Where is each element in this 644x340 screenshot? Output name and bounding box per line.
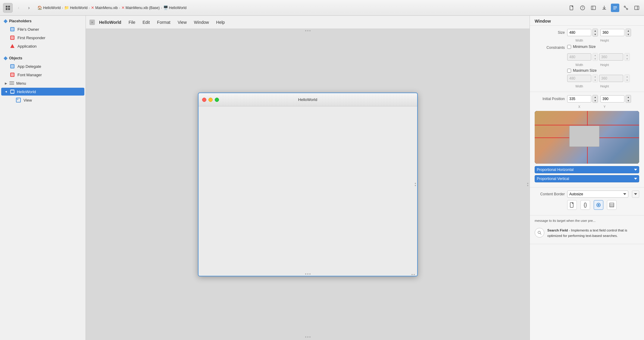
y-down[interactable]: ▼	[626, 99, 631, 102]
search-field-row: Search Field - Implements a text field c…	[535, 225, 639, 241]
sidebar-item-application[interactable]: Application	[1, 42, 84, 50]
sidebar-item-helloworld[interactable]: ▼ HelloWorld	[1, 88, 84, 96]
width-stepper[interactable]: ▲ ▼	[592, 29, 598, 36]
min-width-input[interactable]: 480	[567, 53, 591, 61]
min-height-down[interactable]: ▼	[625, 57, 630, 61]
connections-button[interactable]	[622, 4, 630, 12]
max-height-down[interactable]: ▼	[625, 78, 630, 82]
window-frame[interactable]: HelloWorld	[198, 93, 418, 276]
width-sublabel: Width	[567, 39, 591, 42]
sidebar-item-files-owner[interactable]: File's Owner	[1, 25, 84, 33]
canvas-close-icon: ×	[91, 20, 93, 24]
max-height-group: 360 ▲ ▼	[599, 74, 630, 82]
objects-icon: ◆	[4, 55, 7, 61]
breadcrumb-helloworld-folder[interactable]: 📁 HelloWorld	[64, 5, 87, 10]
sidebar-item-view[interactable]: View	[1, 96, 84, 104]
grid-button[interactable]	[3, 3, 13, 13]
initial-position-label: Initial Position	[535, 97, 565, 101]
menu-edit[interactable]: Edit	[139, 19, 153, 26]
proportional-horizontal-select[interactable]: Proportional Horizontal	[535, 166, 639, 173]
canvas-close-button[interactable]: ×	[89, 20, 95, 25]
sidebar-item-app-delegate[interactable]: App Delegate	[1, 62, 84, 70]
height-input[interactable]: 360	[600, 29, 624, 36]
max-width-input[interactable]: 480	[567, 75, 591, 82]
sidebar-item-font-manager[interactable]: Font Manager	[1, 71, 84, 79]
width-down[interactable]: ▼	[593, 33, 598, 36]
menu-format[interactable]: Format	[154, 19, 173, 26]
min-height-stepper[interactable]: ▲ ▼	[624, 53, 630, 61]
inspector-button[interactable]	[589, 4, 598, 12]
max-size-label: Maximum Size	[573, 68, 597, 73]
y-up[interactable]: ▲	[626, 95, 631, 99]
width-up[interactable]: ▲	[593, 29, 598, 33]
min-height-input[interactable]: 360	[599, 53, 623, 61]
max-width-stepper[interactable]: ▲ ▼	[592, 74, 598, 82]
y-sublabel: Y	[592, 105, 617, 109]
proportional-vertical-select[interactable]: Proportional Vertical	[535, 175, 639, 182]
icon-document[interactable]	[567, 200, 577, 210]
menu-help[interactable]: Help	[213, 19, 228, 26]
sidebar-item-first-responder[interactable]: First Responder	[1, 34, 84, 42]
window-body	[199, 106, 417, 276]
height-up[interactable]: ▲	[626, 29, 631, 33]
font-manager-icon	[10, 72, 15, 77]
min-size-checkbox[interactable]	[567, 45, 571, 49]
download-button[interactable]	[600, 4, 608, 12]
max-height-stepper[interactable]: ▲ ▼	[624, 74, 630, 82]
min-height-up[interactable]: ▲	[625, 53, 630, 57]
max-size-inputs: 480 ▲ ▼ 360 ▲ ▼	[567, 74, 639, 82]
height-stepper[interactable]: ▲ ▼	[626, 29, 631, 36]
content-border-dropdown-btn[interactable]	[632, 190, 639, 198]
view-label: View	[23, 98, 32, 102]
menu-window[interactable]: Window	[191, 19, 212, 26]
window-close-button[interactable]	[202, 98, 206, 102]
attributes-button[interactable]	[611, 4, 619, 12]
menu-view[interactable]: View	[175, 19, 190, 26]
right-panel-button[interactable]	[633, 4, 641, 12]
max-size-checkbox[interactable]	[567, 69, 571, 73]
max-width-down[interactable]: ▼	[593, 78, 598, 82]
min-width-stepper[interactable]: ▲ ▼	[592, 53, 598, 61]
new-file-button[interactable]	[567, 4, 576, 12]
breadcrumb-helloworld-window[interactable]: 🖥️ HelloWorld	[163, 5, 186, 10]
icon-list-view[interactable]	[607, 200, 617, 210]
view-icon	[16, 97, 21, 103]
svg-rect-7	[591, 6, 596, 10]
height-down[interactable]: ▼	[626, 33, 631, 36]
x-stepper[interactable]: ▲ ▼	[592, 95, 598, 103]
breadcrumb-helloworld-app[interactable]: 🏠 HelloWorld	[37, 5, 61, 10]
breadcrumb-mainmenu-xib[interactable]: ✕ MainMenu.xib	[91, 5, 118, 10]
max-width-up[interactable]: ▲	[593, 75, 598, 78]
svg-rect-18	[11, 28, 14, 31]
window-maximize-button[interactable]	[215, 98, 219, 102]
content-border-select[interactable]: Autosize	[567, 190, 628, 198]
window-minimize-button[interactable]	[208, 98, 213, 102]
toolbar: ‹ › 🏠 HelloWorld › 📁 HelloWorld › ✕ Main…	[0, 0, 644, 16]
x-down[interactable]: ▼	[593, 99, 598, 102]
svg-rect-1	[8, 6, 10, 8]
min-size-label: Minimum Size	[573, 45, 596, 49]
files-owner-icon	[10, 27, 15, 32]
icon-circle-active[interactable]	[594, 200, 603, 210]
placeholders-icon: ◆	[4, 18, 7, 24]
window-title: HelloWorld	[298, 97, 317, 102]
back-button[interactable]: ‹	[14, 4, 23, 12]
min-width-down[interactable]: ▼	[593, 57, 598, 61]
forward-button[interactable]: ›	[25, 4, 33, 12]
min-width-up[interactable]: ▲	[593, 53, 598, 57]
y-input[interactable]: 390	[600, 95, 624, 102]
breadcrumb-mainmenu-base[interactable]: ✕ MainMenu.xib (Base)	[121, 5, 160, 10]
x-input[interactable]: 335	[567, 95, 591, 102]
icon-curly-braces[interactable]	[580, 200, 590, 210]
width-input[interactable]: 480	[567, 29, 591, 36]
y-stepper[interactable]: ▲ ▼	[626, 95, 631, 103]
max-height-input[interactable]: 360	[599, 75, 623, 82]
sidebar-item-menu[interactable]: ▶ Menu	[1, 79, 84, 87]
window-titlebar: HelloWorld	[199, 93, 417, 106]
max-height-up[interactable]: ▲	[625, 75, 630, 78]
x-up[interactable]: ▲	[593, 95, 598, 99]
menu-file[interactable]: File	[126, 19, 139, 26]
help-button[interactable]: ?	[578, 4, 587, 12]
content-border-section: Content Border Autosize	[530, 187, 644, 216]
svg-point-12	[624, 6, 625, 7]
